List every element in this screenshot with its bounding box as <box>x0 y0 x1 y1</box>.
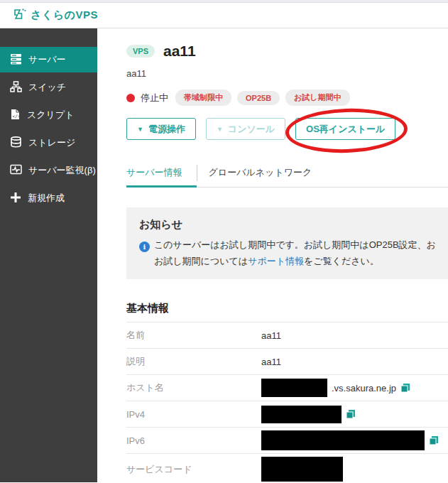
redaction-box <box>261 430 425 450</box>
brand-logo[interactable]: さくらのVPS <box>13 8 98 23</box>
badge-trial-period: お試し期間中 <box>285 89 350 106</box>
sidebar-item-label: ストレージ <box>28 136 75 149</box>
notice-line1: iこのサーバーはお試し期間中です。お試し期間中はOP25B設定、および回線帯域に <box>139 239 435 252</box>
table-row-service-code: サービスコード <box>126 454 448 482</box>
sakura-logo-icon <box>13 8 26 23</box>
redaction-box <box>261 379 327 397</box>
basic-info-title: 基本情報 <box>126 302 448 315</box>
table-row-ipv4: IPv4 <box>126 401 448 428</box>
tab-global-network[interactable]: グローバルネットワーク <box>209 162 322 187</box>
chevron-down-icon: ▼ <box>217 126 223 133</box>
info-icon: i <box>139 242 150 252</box>
notice-title: お知らせ <box>139 218 435 232</box>
copy-icon[interactable] <box>346 409 356 419</box>
storage-icon <box>10 136 22 150</box>
sidebar-item-monitoring[interactable]: サーバー監視(β) <box>0 158 97 183</box>
status-label: 停止中 <box>141 92 168 104</box>
sidebar-item-label: スクリプト <box>27 109 75 121</box>
vps-type-badge: VPS <box>126 45 155 58</box>
support-info-link[interactable]: サポート情報 <box>248 256 304 266</box>
sidebar-item-storage[interactable]: ストレージ <box>0 130 97 156</box>
table-row-description: 説明 aa11 <box>126 349 448 375</box>
redaction-box <box>261 406 342 423</box>
redaction-box <box>261 457 343 482</box>
table-row-name: 名前 aa11 <box>126 322 448 349</box>
svg-text:</>: </> <box>12 113 21 119</box>
sidebar-item-label: サーバー <box>28 53 66 66</box>
server-icon <box>10 53 22 67</box>
badge-op25b: OP25B <box>237 91 280 105</box>
basic-info-table: 名前 aa11 説明 aa11 ホスト名 .vs.sakura.ne.jp <box>126 322 448 482</box>
sidebar: サーバー スイッチ </> スクリプト <box>0 28 97 482</box>
plus-icon <box>10 192 21 205</box>
table-row-ipv6: IPv6 <box>126 428 448 454</box>
status-stopped-icon <box>126 94 135 102</box>
server-title: aa11 <box>163 43 196 60</box>
os-reinstall-button[interactable]: OS再インストール <box>295 118 395 140</box>
sidebar-item-script[interactable]: </> スクリプト <box>0 102 97 128</box>
tab-divider <box>197 165 197 181</box>
sidebar-item-label: スイッチ <box>28 81 66 94</box>
copy-icon[interactable] <box>429 435 439 445</box>
badge-bandwidth-limited: 帯域制限中 <box>175 89 231 106</box>
tab-server-info[interactable]: サーバー情報 <box>126 162 197 188</box>
table-row-hostname: ホスト名 .vs.sakura.ne.jp <box>126 375 448 401</box>
notice-line2: お試し期間についてはサポート情報をご覧ください。 <box>139 255 435 268</box>
script-icon: </> <box>10 109 21 122</box>
brand-name: さくらのVPS <box>31 9 98 22</box>
tab-bar: サーバー情報 グローバルネットワーク <box>126 162 448 188</box>
sidebar-item-label: 新規作成 <box>28 192 65 205</box>
app-header: さくらのVPS <box>0 3 448 28</box>
monitoring-icon <box>10 164 22 177</box>
sidebar-item-server[interactable]: サーバー <box>0 47 97 72</box>
power-control-button[interactable]: ▼ 電源操作 <box>126 118 196 140</box>
sidebar-item-switch[interactable]: スイッチ <box>0 75 97 100</box>
sidebar-item-label: サーバー監視(β) <box>28 164 96 177</box>
chevron-down-icon: ▼ <box>137 126 143 133</box>
sidebar-item-create-new[interactable]: 新規作成 <box>0 185 97 211</box>
server-subtitle: aa11 <box>126 68 448 79</box>
notice-box: お知らせ iこのサーバーはお試し期間中です。お試し期間中はOP25B設定、および… <box>126 207 448 279</box>
switch-icon <box>10 81 22 94</box>
console-button[interactable]: ▼ コンソール <box>206 118 285 140</box>
copy-icon[interactable] <box>400 383 410 393</box>
main-content: VPS aa11 aa11 停止中 帯域制限中 OP25B お試し期間中 ▼ 電… <box>97 28 448 482</box>
